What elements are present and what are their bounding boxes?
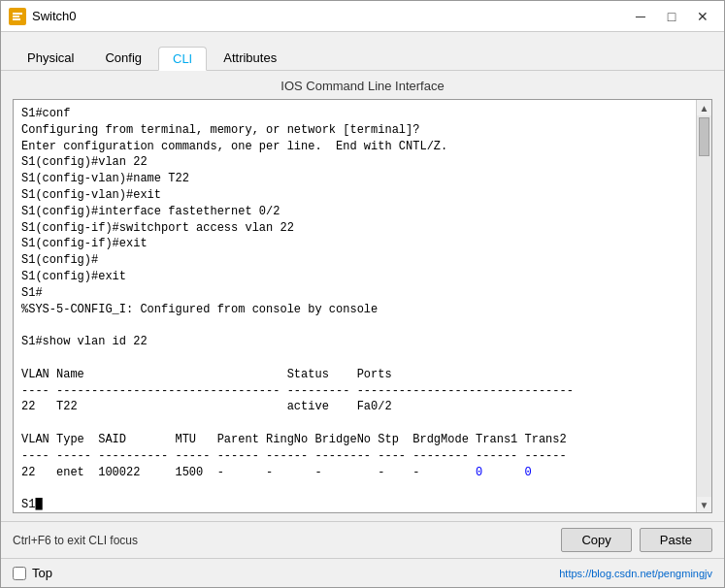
close-button[interactable]: ✕ [689,5,716,28]
minimize-button[interactable]: ─ [627,5,654,28]
scroll-thumb[interactable] [699,117,709,156]
top-label: Top [32,566,52,580]
scroll-track[interactable] [697,115,711,497]
svg-rect-1 [13,13,22,15]
content-area: IOS Command Line Interface S1#conf Confi… [1,71,724,521]
section-title: IOS Command Line Interface [13,79,712,93]
footer-link[interactable]: https://blog.csdn.net/pengmingjv [559,568,712,579]
main-window: Switch0 ─ □ ✕ Physical Config CLI Attrib… [0,0,725,588]
tab-bar: Physical Config CLI Attributes [1,32,724,71]
app-icon [9,8,26,25]
svg-rect-3 [13,18,20,20]
cli-container: S1#conf Configuring from terminal, memor… [13,99,712,513]
tab-attributes[interactable]: Attributes [209,46,291,70]
window-controls: ─ □ ✕ [627,5,716,28]
top-checkbox[interactable] [13,567,26,580]
status-text: Ctrl+F6 to exit CLI focus [13,534,553,547]
cli-scrollbar: ▲ ▼ [696,100,711,512]
tab-config[interactable]: Config [90,46,156,70]
title-bar: Switch0 ─ □ ✕ [1,1,724,32]
scroll-down-arrow[interactable]: ▼ [697,497,712,512]
bottom-bar: Ctrl+F6 to exit CLI focus Copy Paste [1,521,724,558]
cli-output[interactable]: S1#conf Configuring from terminal, memor… [14,100,696,512]
maximize-button[interactable]: □ [658,5,685,28]
top-checkbox-container: Top [13,566,52,580]
tab-physical[interactable]: Physical [13,46,88,70]
cli-text: S1#conf Configuring from terminal, memor… [21,107,574,511]
tab-cli[interactable]: CLI [158,47,207,71]
footer-bar: Top https://blog.csdn.net/pengmingjv [1,558,724,587]
svg-rect-2 [13,16,19,17]
window-title: Switch0 [32,9,627,23]
scroll-up-arrow[interactable]: ▲ [697,100,712,115]
paste-button[interactable]: Paste [640,528,712,552]
copy-button[interactable]: Copy [561,528,631,552]
